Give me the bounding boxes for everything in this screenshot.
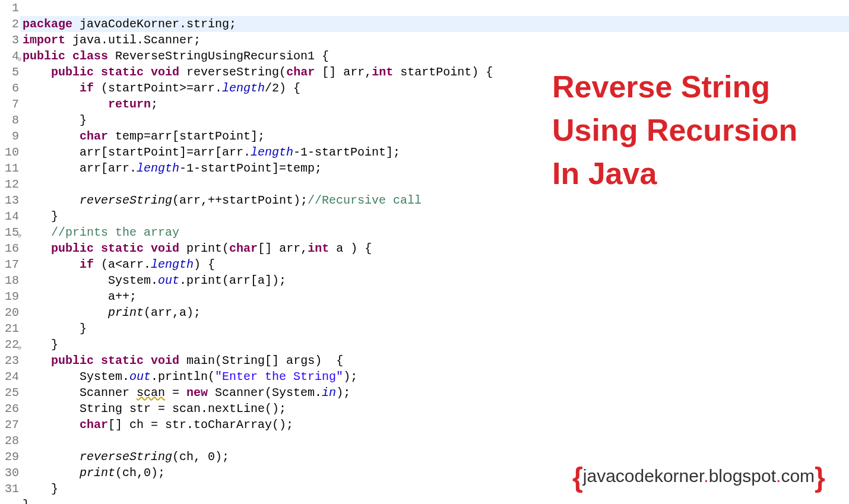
line-number: 28 — [0, 433, 19, 449]
line-number: 16 — [0, 240, 19, 256]
line-number: 29 — [0, 449, 19, 465]
code-line: } — [23, 113, 87, 127]
code-line: print(arr,a); — [23, 306, 201, 319]
code-line — [23, 434, 30, 448]
line-number: 7 — [0, 96, 19, 112]
code-line: String str = scan.nextLine(); — [23, 402, 286, 416]
line-number: 10 — [0, 144, 19, 160]
code-line: } — [23, 482, 58, 496]
line-number: 5 — [0, 64, 19, 80]
code-line: return; — [23, 97, 158, 111]
line-number: 23 — [0, 353, 19, 369]
line-number: 3 — [0, 32, 19, 48]
line-number: 26 — [0, 401, 19, 417]
line-number: 6 — [0, 80, 19, 96]
code-line: reverseString(ch, 0); — [23, 450, 229, 464]
line-number: 27 — [0, 417, 19, 433]
code-line: } — [23, 338, 58, 351]
line-number: 9 — [0, 128, 19, 144]
code-line: public static void main(String[] args) { — [23, 354, 343, 367]
line-number-gutter: 1 2 3 4⊖ 5 6 7 8 9 10 11 12 13 14 15⊖ 16… — [0, 0, 23, 504]
code-line: reverseString(arr,++startPoint);//Recurs… — [23, 194, 422, 207]
footer-text: com — [781, 466, 815, 486]
code-line: arr[startPoint]=arr[arr.length-1-startPo… — [23, 145, 400, 159]
line-number: 13 — [0, 192, 19, 208]
code-line: public class ReverseStringUsingRecursion… — [23, 49, 329, 63]
line-number: 15⊖ — [0, 224, 19, 240]
line-number: 1 — [0, 0, 19, 16]
line-number: 11 — [0, 160, 19, 176]
code-line: //prints the array — [23, 226, 179, 239]
line-number: 24 — [0, 369, 19, 385]
code-line: a++; — [23, 290, 137, 303]
code-line — [23, 177, 30, 191]
code-line: import java.util.Scanner; — [23, 33, 201, 47]
code-line: print(ch,0); — [23, 466, 165, 480]
line-number: 8 — [0, 112, 19, 128]
code-line: if (startPoint>=arr.length/2) { — [23, 81, 300, 95]
code-line: } — [23, 498, 30, 504]
line-number: 18 — [0, 272, 19, 289]
code-line: char temp=arr[startPoint]; — [23, 129, 265, 143]
brace-open-icon: { — [572, 462, 583, 493]
line-number: 2 — [0, 16, 19, 32]
code-line: public static void reverseString(char []… — [23, 65, 493, 79]
line-number: 12 — [0, 176, 19, 192]
code-line: } — [23, 210, 58, 223]
code-line: System.out.println("Enter the String"); — [23, 370, 357, 383]
footer-text: javacodekorner — [583, 466, 704, 486]
code-line: } — [23, 322, 87, 335]
title-line-3: In Java — [552, 152, 797, 195]
footer-dot: . — [704, 466, 708, 486]
line-number: 4⊖ — [0, 48, 19, 64]
line-number: 20 — [0, 305, 19, 321]
code-line: if (a<arr.length) { — [23, 258, 215, 271]
title-line-2: Using Recursion — [552, 109, 797, 152]
code-line: package javaCodeKorner.string; — [20, 16, 849, 32]
code-line: System.out.print(arr[a]); — [23, 274, 286, 287]
line-number: 14 — [0, 208, 19, 224]
code-line: Scanner scan = new Scanner(System.in); — [23, 386, 350, 400]
footer-branding: {javacodekorner.blogspot.com} — [572, 461, 825, 493]
brace-close-icon: } — [815, 462, 825, 493]
code-line: public static void print(char[] arr,int … — [23, 242, 372, 255]
title-line-1: Reverse String — [552, 65, 797, 109]
code-line: arr[arr.length-1-startPoint]=temp; — [23, 161, 322, 175]
line-number: 22⊖ — [0, 337, 19, 353]
line-number: 19 — [0, 289, 19, 305]
line-number: 17 — [0, 256, 19, 272]
line-number: 25 — [0, 385, 19, 401]
line-number: 31 — [0, 481, 19, 497]
footer-text: blogspot — [709, 466, 776, 486]
code-line: char[] ch = str.toCharArray(); — [23, 418, 293, 432]
title-overlay: Reverse String Using Recursion In Java — [552, 65, 797, 195]
line-number: 21 — [0, 321, 19, 337]
line-number: 30 — [0, 465, 19, 481]
